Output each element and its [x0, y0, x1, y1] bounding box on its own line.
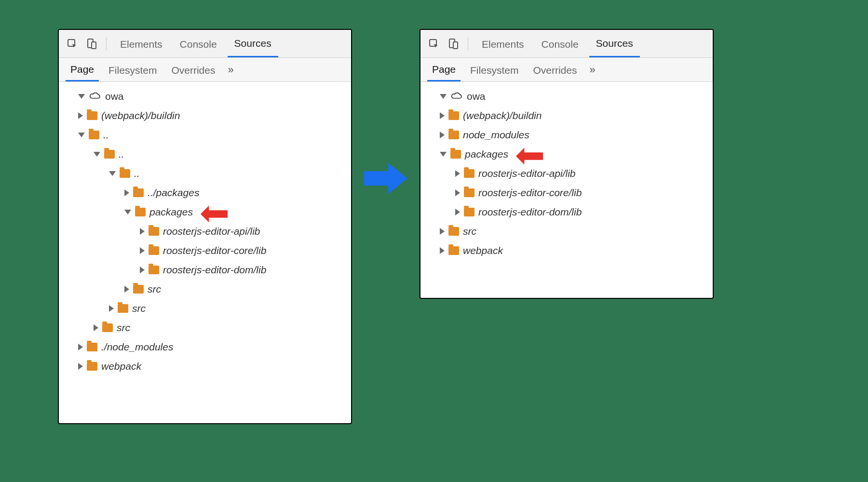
tree-root[interactable]: owa: [63, 87, 347, 106]
subtab-page[interactable]: Page: [66, 58, 99, 81]
tree-item[interactable]: packages: [424, 145, 709, 164]
inspect-icon[interactable]: [65, 34, 80, 54]
tree-item[interactable]: roosterjs-editor-api/lib: [63, 222, 347, 241]
chevron-right-icon[interactable]: [109, 305, 114, 312]
tree-item-label: node_modules: [463, 129, 529, 141]
subtab-filesystem[interactable]: Filesystem: [465, 59, 523, 81]
chevron-down-icon[interactable]: [78, 94, 85, 99]
folder-icon: [149, 266, 159, 274]
folder-icon: [448, 227, 459, 236]
chevron-right-icon[interactable]: [94, 324, 98, 331]
inspect-icon[interactable]: [426, 34, 442, 54]
chevron-right-icon[interactable]: [124, 286, 129, 293]
tree-item[interactable]: ../packages: [63, 183, 347, 202]
chevron-right-icon[interactable]: [455, 209, 460, 215]
folder-icon: [464, 169, 475, 178]
annotation-red-arrow-before: [200, 204, 228, 224]
svg-rect-5: [453, 42, 458, 49]
chevron-down-icon[interactable]: [440, 94, 447, 99]
tree-root-label: owa: [105, 91, 124, 102]
subtab-overrides[interactable]: Overrides: [528, 59, 582, 81]
device-toggle-icon[interactable]: [84, 34, 99, 54]
tree-item[interactable]: (webpack)/buildin: [63, 106, 347, 125]
tree-item[interactable]: roosterjs-editor-core/lib: [424, 183, 709, 202]
tree-item-label: ..: [119, 148, 124, 160]
folder-icon: [448, 131, 459, 139]
tab-sources[interactable]: Sources: [589, 30, 640, 57]
tab-elements[interactable]: Elements: [113, 31, 169, 57]
chevron-right-icon[interactable]: [140, 267, 145, 273]
chevron-right-icon[interactable]: [440, 247, 445, 254]
tree-item-label: (webpack)/buildin: [463, 110, 542, 121]
chevron-right-icon[interactable]: [78, 344, 83, 350]
tree-item[interactable]: ./node_modules: [63, 337, 347, 357]
tree-item[interactable]: webpack: [63, 357, 347, 376]
chevron-right-icon[interactable]: [455, 170, 460, 177]
device-toggle-icon[interactable]: [446, 34, 461, 54]
separator: [468, 37, 468, 51]
tree-item-label: webpack: [463, 245, 503, 256]
separator: [106, 37, 107, 51]
tree-root[interactable]: owa: [424, 87, 709, 106]
folder-icon: [450, 150, 461, 159]
folder-icon: [102, 323, 113, 332]
tree-item[interactable]: roosterjs-editor-dom/lib: [424, 202, 709, 222]
folder-icon: [87, 343, 97, 351]
tree-item[interactable]: src: [63, 318, 347, 337]
tree-item[interactable]: src: [63, 280, 347, 299]
tab-console[interactable]: Console: [535, 31, 585, 57]
tree-item[interactable]: roosterjs-editor-dom/lib: [63, 260, 347, 280]
annotation-blue-arrow: [362, 159, 410, 198]
sub-tabs-row: Page Filesystem Overrides »: [59, 58, 351, 82]
subtab-filesystem[interactable]: Filesystem: [104, 59, 162, 81]
folder-icon: [149, 246, 159, 255]
chevron-right-icon[interactable]: [124, 189, 129, 196]
tree-item-label: ./node_modules: [101, 341, 173, 353]
subtab-page[interactable]: Page: [427, 58, 461, 81]
tree-item-label: packages: [465, 148, 508, 160]
chevron-right-icon[interactable]: [140, 228, 145, 235]
tree-item-label: (webpack)/buildin: [101, 110, 180, 121]
sources-tree-before: owa(webpack)/buildin......../packagespac…: [59, 82, 351, 383]
tab-elements[interactable]: Elements: [475, 31, 531, 57]
chevron-right-icon[interactable]: [455, 189, 460, 196]
tab-sources[interactable]: Sources: [228, 30, 278, 57]
tree-item[interactable]: ..: [63, 145, 347, 164]
tree-item[interactable]: roosterjs-editor-api/lib: [424, 164, 709, 183]
tree-item[interactable]: ..: [63, 164, 347, 183]
annotation-red-arrow-after: [515, 147, 543, 166]
tree-item[interactable]: src: [424, 222, 709, 241]
chevron-down-icon[interactable]: [94, 152, 100, 157]
folder-icon: [135, 208, 146, 216]
chevron-right-icon[interactable]: [140, 247, 145, 254]
chevron-right-icon[interactable]: [440, 228, 445, 235]
subtab-overrides[interactable]: Overrides: [166, 59, 220, 81]
more-subtabs-icon[interactable]: »: [225, 61, 236, 79]
tree-item-label: roosterjs-editor-api/lib: [163, 226, 260, 237]
chevron-right-icon[interactable]: [78, 363, 83, 370]
chevron-down-icon[interactable]: [440, 152, 447, 157]
tree-item[interactable]: roosterjs-editor-core/lib: [63, 241, 347, 260]
tree-item[interactable]: src: [63, 299, 347, 318]
chevron-right-icon[interactable]: [78, 112, 83, 119]
tree-item-label: webpack: [101, 361, 141, 372]
tab-console[interactable]: Console: [173, 31, 224, 57]
cloud-icon: [89, 91, 101, 102]
tree-item-label: src: [117, 322, 130, 334]
chevron-right-icon[interactable]: [440, 132, 445, 138]
folder-icon: [120, 169, 130, 178]
tree-root-label: owa: [467, 91, 486, 102]
tree-item[interactable]: webpack: [424, 241, 709, 260]
folder-icon: [87, 111, 97, 120]
tree-item[interactable]: ..: [63, 125, 347, 145]
chevron-down-icon[interactable]: [124, 210, 131, 214]
tree-item-label: ..: [103, 129, 109, 141]
tree-item[interactable]: node_modules: [424, 125, 709, 145]
chevron-right-icon[interactable]: [440, 112, 445, 119]
more-subtabs-icon[interactable]: »: [586, 61, 598, 79]
tree-item[interactable]: (webpack)/buildin: [424, 106, 709, 125]
top-tabs-row: Elements Console Sources: [420, 30, 713, 58]
chevron-down-icon[interactable]: [78, 133, 85, 137]
chevron-down-icon[interactable]: [109, 171, 116, 176]
tree-item-label: ..: [134, 168, 140, 179]
